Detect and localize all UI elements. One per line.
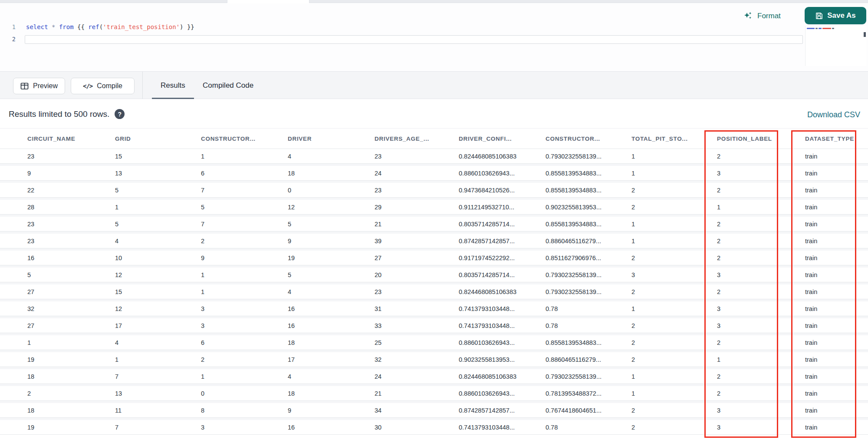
editor-active-line[interactable] bbox=[25, 35, 803, 44]
save-as-button[interactable]: Save As bbox=[805, 7, 866, 24]
minimap-scroll-nub[interactable] bbox=[864, 32, 866, 37]
table-cell: 15 bbox=[115, 288, 201, 295]
column-header[interactable]: DRIVERS_AGE_... bbox=[375, 136, 459, 142]
code-token: 'train_test_position' bbox=[103, 23, 180, 30]
results-table: CIRCUIT_NAMEGRIDCONSTRUCTOR...DRIVERDRIV… bbox=[0, 129, 868, 437]
table-cell: 3 bbox=[201, 305, 288, 312]
table-cell: 5 bbox=[201, 204, 288, 211]
table-row: 23429390.8742857142857...0.8860465116279… bbox=[0, 234, 868, 248]
active-file-tab[interactable] bbox=[227, 0, 309, 3]
table-cell: train bbox=[805, 153, 868, 160]
results-toolbar: Preview </> Compile Results Compiled Cod… bbox=[0, 71, 868, 99]
table-cell: 5 bbox=[115, 221, 201, 228]
table-cell: train bbox=[805, 424, 868, 431]
table-cell: 12 bbox=[115, 305, 201, 312]
column-header[interactable]: DRIVER_CONFI... bbox=[459, 136, 546, 142]
table-cell: 23 bbox=[27, 153, 115, 160]
table-cell: train bbox=[805, 356, 868, 363]
table-cell: 1 bbox=[631, 390, 717, 397]
table-cell: train bbox=[805, 255, 868, 261]
table-cell: 19 bbox=[288, 255, 375, 261]
table-cell: 15 bbox=[115, 153, 201, 160]
table-cell: 2 bbox=[27, 390, 115, 397]
sql-editor[interactable]: 1 2 select * from {{ ref('train_test_pos… bbox=[0, 3, 868, 71]
download-csv-link[interactable]: Download CSV bbox=[807, 110, 860, 119]
table-cell: 2 bbox=[717, 187, 805, 194]
preview-button[interactable]: Preview bbox=[13, 78, 65, 94]
table-cell: 30 bbox=[375, 424, 459, 431]
format-button[interactable]: Format bbox=[743, 10, 781, 23]
table-cell: 1 bbox=[631, 373, 717, 380]
table-cell: train bbox=[805, 271, 868, 278]
table-cell: 7 bbox=[115, 424, 201, 431]
format-button-label: Format bbox=[757, 12, 781, 20]
editor-minimap[interactable] bbox=[805, 26, 866, 66]
line-number-2: 2 bbox=[9, 36, 16, 43]
table-grid-icon bbox=[20, 82, 29, 90]
table-cell: 21 bbox=[375, 221, 459, 228]
sparkles-icon bbox=[743, 11, 753, 21]
table-cell: 9 bbox=[201, 255, 288, 261]
table-cell: train bbox=[805, 288, 868, 295]
table-cell: 0.9171974522292... bbox=[459, 255, 546, 261]
table-cell: 3 bbox=[717, 305, 805, 312]
table-cell: 0.8511627906976... bbox=[546, 255, 631, 261]
table-cell: 3 bbox=[201, 424, 288, 431]
toolbar-divider bbox=[142, 72, 143, 99]
table-cell: 2 bbox=[631, 255, 717, 261]
table-cell: 2 bbox=[717, 390, 805, 397]
table-cell: 0.8860103626943... bbox=[459, 170, 546, 177]
table-cell: train bbox=[805, 373, 868, 380]
table-cell: 18 bbox=[288, 390, 375, 397]
table-cell: 7 bbox=[201, 187, 288, 194]
table-cell: 1 bbox=[631, 170, 717, 177]
table-cell: 2 bbox=[717, 153, 805, 160]
help-icon[interactable]: ? bbox=[115, 109, 125, 119]
compile-button[interactable]: </> Compile bbox=[71, 78, 135, 94]
table-cell: train bbox=[805, 407, 868, 414]
table-cell: 29 bbox=[375, 204, 459, 211]
column-header[interactable]: CONSTRUCTOR... bbox=[546, 136, 631, 142]
table-cell: 27 bbox=[375, 255, 459, 261]
results-limit-text: Results limited to 500 rows. bbox=[9, 109, 109, 119]
table-cell: 23 bbox=[27, 238, 115, 245]
save-icon bbox=[815, 12, 823, 20]
tab-results[interactable]: Results bbox=[161, 72, 185, 99]
dbt-ide-screen: 1 2 select * from {{ ref('train_test_pos… bbox=[0, 0, 868, 443]
table-cell: 16 bbox=[288, 305, 375, 312]
table-row: 181189340.8742857142857...0.767441860465… bbox=[0, 403, 868, 418]
table-cell: 9 bbox=[288, 407, 375, 414]
table-cell: 0.7930232558139... bbox=[546, 153, 631, 160]
table-cell: 18 bbox=[288, 170, 375, 177]
table-cell: 1 bbox=[201, 373, 288, 380]
table-row: 2717316330.7413793103448...0.7823train bbox=[0, 318, 868, 333]
table-row: 51215200.8035714285714...0.7930232558139… bbox=[0, 268, 868, 282]
table-cell: 0.7413793103448... bbox=[459, 424, 546, 431]
table-cell: train bbox=[805, 390, 868, 397]
table-cell: 2 bbox=[631, 424, 717, 431]
column-header[interactable]: TOTAL_PIT_STO... bbox=[631, 136, 717, 142]
table-cell: 2 bbox=[717, 288, 805, 295]
table-cell: 2 bbox=[717, 255, 805, 261]
code-token: select bbox=[26, 23, 48, 30]
column-header[interactable]: CIRCUIT_NAME bbox=[27, 136, 115, 142]
table-cell: 18 bbox=[27, 373, 115, 380]
column-header[interactable]: POSITION_LABEL bbox=[717, 136, 805, 142]
table-cell: 23 bbox=[27, 221, 115, 228]
table-cell: 4 bbox=[115, 339, 201, 346]
column-header[interactable]: GRID bbox=[115, 136, 201, 142]
table-cell: 0.8035714285714... bbox=[459, 271, 546, 278]
save-as-button-label: Save As bbox=[827, 11, 856, 20]
table-cell: 19 bbox=[27, 424, 115, 431]
code-line-1[interactable]: select * from {{ ref('train_test_positio… bbox=[26, 23, 194, 31]
column-header[interactable]: DRIVER bbox=[288, 136, 375, 142]
table-cell: 1 bbox=[201, 271, 288, 278]
table-cell: 21 bbox=[375, 390, 459, 397]
table-cell: 12 bbox=[115, 271, 201, 278]
tab-compiled-code[interactable]: Compiled Code bbox=[203, 72, 253, 99]
table-cell: train bbox=[805, 339, 868, 346]
table-cell: 31 bbox=[375, 305, 459, 312]
column-header[interactable]: DATASET_TYPE bbox=[805, 136, 868, 142]
table-cell: 18 bbox=[27, 407, 115, 414]
column-header[interactable]: CONSTRUCTOR... bbox=[201, 136, 288, 142]
